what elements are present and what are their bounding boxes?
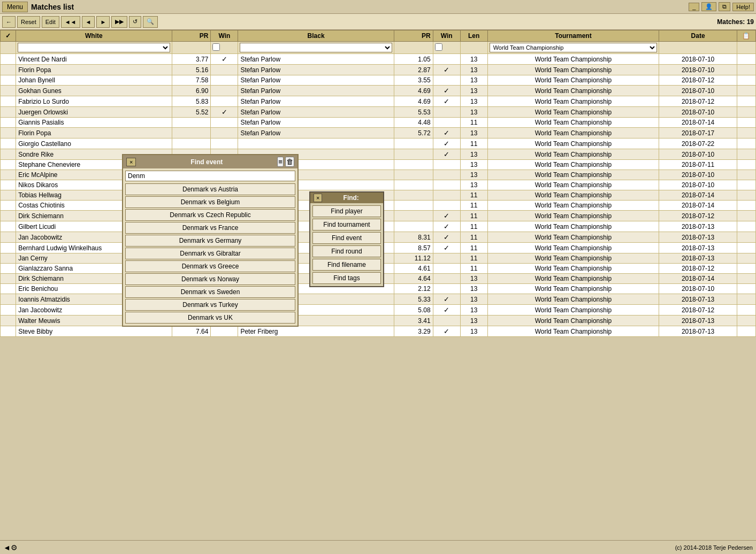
table-row[interactable]: Eric McAlpine13World Team Championship20…	[1, 170, 756, 180]
table-row[interactable]: Florin PopaStefan Parlow5.72✓13World Tea…	[1, 128, 756, 138]
prev-button[interactable]: ◄	[82, 16, 95, 28]
find-event-item-button[interactable]: Denmark vs Czech Republic	[125, 209, 295, 221]
black-filter-select[interactable]	[240, 43, 392, 52]
table-cell: World Team Championship	[487, 118, 659, 128]
find-dialog-option-button[interactable]: Find player	[312, 205, 381, 217]
table-cell: 11	[460, 190, 487, 201]
table-cell: ✓	[433, 326, 460, 337]
table-row[interactable]: Stephane Cheneviere13World Team Champion…	[1, 160, 756, 170]
filter-tournament[interactable]: World Team Championship	[487, 42, 659, 54]
find-event-search-input[interactable]	[125, 171, 295, 181]
find-event-delete-button[interactable]: 🗑	[285, 157, 294, 167]
table-cell: 13	[460, 107, 487, 118]
find-dialog-option-button[interactable]: Find round	[312, 245, 381, 257]
help-button[interactable]: Help!	[732, 3, 754, 11]
table-cell: 2018-07-12	[659, 96, 737, 107]
table-cell: ✓	[433, 211, 460, 221]
table-row[interactable]: Nikos Dikaros13World Team Championship20…	[1, 180, 756, 190]
search-button[interactable]: 🔍	[143, 16, 158, 28]
edit-button[interactable]: Edit	[42, 16, 59, 28]
find-event-item-button[interactable]: Denmark vs Sweden	[125, 286, 295, 298]
filter-win-black[interactable]	[433, 42, 460, 54]
table-cell: 2018-07-22	[659, 138, 737, 149]
row-check	[1, 170, 16, 180]
find-event-item-button[interactable]: Denmark vs Gibraltar	[125, 248, 295, 259]
first-button[interactable]: ◄◄	[61, 16, 80, 28]
table-row[interactable]: Jan Jacobowitz4.94Peter Friberg5.08✓13Wo…	[1, 305, 756, 316]
table-row[interactable]: Sondre Rike✓13World Team Championship201…	[1, 149, 756, 160]
find-event-item-button[interactable]: Denmark vs Belgium	[125, 196, 295, 208]
find-event-item-button[interactable]: Denmark vs UK	[125, 312, 295, 324]
find-event-title-bar: × Find event ≡ 🗑	[123, 155, 297, 168]
row-check	[1, 232, 16, 243]
table-row[interactable]: Vincent De Nardi3.77✓Stefan Parlow1.0513…	[1, 54, 756, 65]
filter-win-white[interactable]	[211, 42, 238, 54]
tournament-filter-select[interactable]: World Team Championship	[490, 43, 658, 52]
find-event-close-button[interactable]: ×	[126, 158, 136, 166]
table-cell: Gokhan Gunes	[16, 86, 172, 96]
table-row[interactable]: Florin Popa5.16Stefan Parlow2.87✓13World…	[1, 65, 756, 75]
minimize-button[interactable]: _	[689, 3, 699, 11]
table-cell: World Team Championship	[487, 96, 659, 107]
table-row[interactable]: Juergen Orlowski5.52✓Stefan Parlow5.5313…	[1, 107, 756, 118]
table-cell: ✓	[433, 138, 460, 149]
refresh-button[interactable]: ↺	[129, 16, 141, 28]
table-row[interactable]: Ioannis Atmatzidis5.33✓13World Team Cham…	[1, 294, 756, 305]
find-event-item-button[interactable]: Denmark vs France	[125, 222, 295, 234]
find-event-list-button[interactable]: ≡	[277, 157, 284, 167]
find-dialog-option-button[interactable]: Find filename	[312, 259, 381, 271]
find-dialog-option-button[interactable]: Find tags	[312, 272, 381, 284]
table-cell	[433, 118, 460, 128]
table-row[interactable]: Giannis PasialisStefan Parlow4.4811World…	[1, 118, 756, 128]
table-cell: Stefan Parlow	[238, 96, 394, 107]
table-cell	[433, 54, 460, 65]
table-row[interactable]: Gokhan Gunes6.90Stefan Parlow4.69✓13Worl…	[1, 86, 756, 96]
table-cell: 13	[460, 75, 487, 86]
table-cell: ✓	[433, 65, 460, 75]
table-cell: 11	[460, 253, 487, 264]
find-dialog-option-button[interactable]: Find tournament	[312, 219, 381, 230]
table-cell: 3.55	[394, 75, 433, 86]
row-check	[1, 316, 16, 326]
menu-button[interactable]: Menu	[2, 2, 28, 12]
table-cell: ✓	[433, 96, 460, 107]
back-button[interactable]: ←	[2, 16, 16, 28]
last-button[interactable]: ▶▶	[111, 16, 127, 28]
table-cell: 13	[460, 149, 487, 160]
find-dialog-close-button[interactable]: ×	[314, 194, 322, 202]
table-cell: Juergen Orlowski	[16, 107, 172, 118]
table-cell: 4.48	[394, 118, 433, 128]
find-event-item-button[interactable]: Denmark vs Germany	[125, 235, 295, 247]
find-event-search-area	[123, 168, 297, 183]
find-event-item-button[interactable]: Denmark vs Greece	[125, 260, 295, 272]
find-dialog-option-button[interactable]: Find event	[312, 232, 381, 244]
user-button[interactable]: 👤	[701, 2, 716, 11]
filter-white[interactable]	[16, 42, 172, 54]
table-cell: 13	[460, 170, 487, 180]
table-cell: Stefan Parlow	[238, 86, 394, 96]
table-row[interactable]: Johan Bynell7.58Stefan Parlow3.5513World…	[1, 75, 756, 86]
table-row[interactable]: Steve Bibby7.64Peter Friberg3.29✓13World…	[1, 326, 756, 337]
find-event-item-button[interactable]: Denmark vs Austria	[125, 183, 295, 195]
table-cell: 6.90	[172, 86, 211, 96]
reset-button[interactable]: Reset	[17, 16, 40, 28]
win-black-checkbox[interactable]	[435, 43, 442, 51]
table-row[interactable]: Giorgio Castellano✓11World Team Champion…	[1, 138, 756, 149]
win-white-checkbox[interactable]	[212, 43, 220, 51]
find-event-item-button[interactable]: Denmark vs Norway	[125, 273, 295, 285]
table-cell: 11	[460, 138, 487, 149]
restore-button[interactable]: ⧉	[719, 2, 730, 11]
filter-check	[1, 42, 16, 54]
find-event-item-button[interactable]: Denmark vs Turkey	[125, 299, 295, 311]
table-row[interactable]: Walter Meuwis8.05✓Peter Friberg3.4113Wor…	[1, 316, 756, 326]
row-check	[1, 138, 16, 149]
next-button[interactable]: ►	[96, 16, 110, 28]
filter-black[interactable]	[238, 42, 394, 54]
white-filter-select[interactable]	[18, 43, 170, 52]
table-cell: 2018-07-12	[659, 305, 737, 316]
table-cell: Steve Bibby	[16, 326, 172, 337]
table-cell	[211, 326, 238, 337]
table-cell-extra	[737, 75, 755, 86]
table-row[interactable]: Fabrizio Lo Surdo5.83Stefan Parlow4.69✓1…	[1, 96, 756, 107]
table-cell: Stefan Parlow	[238, 128, 394, 138]
